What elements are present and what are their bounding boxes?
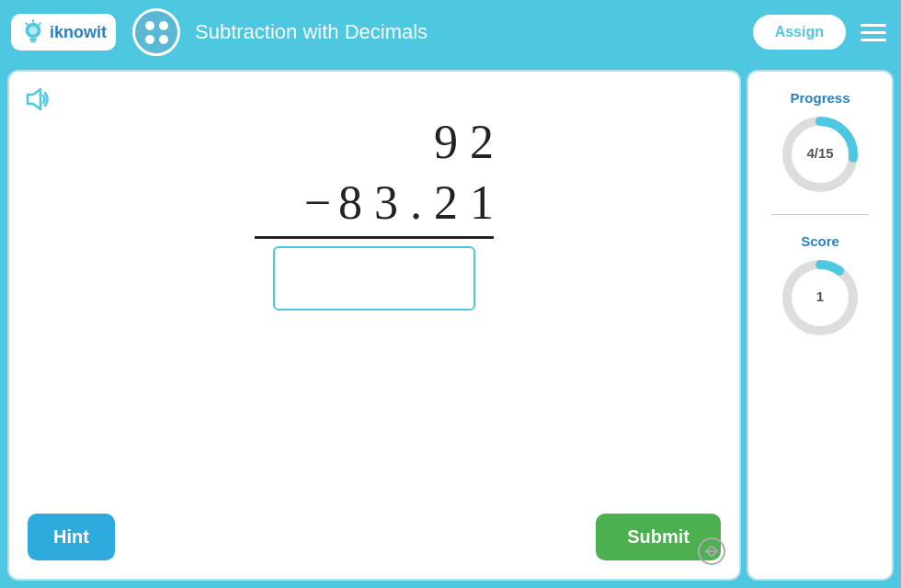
score-label: Score (801, 233, 839, 249)
activity-icon (132, 8, 180, 56)
logo-text: iknowit (50, 23, 107, 42)
bottom-number: 8 3 . 2 1 (338, 175, 494, 232)
side-divider (771, 214, 869, 215)
bottom-number-row: − 8 3 . 2 1 (304, 175, 494, 232)
header-actions: Assign (753, 15, 890, 50)
dot-2 (159, 21, 168, 30)
assign-button[interactable]: Assign (753, 15, 846, 50)
menu-button[interactable] (857, 20, 890, 45)
page-title: Subtraction with Decimals (195, 20, 744, 44)
hint-button[interactable]: Hint (28, 514, 115, 560)
svg-line-5 (40, 23, 40, 24)
dot-4 (159, 35, 168, 44)
header: iknowit Subtraction with Decimals Assign (0, 0, 901, 64)
speaker-icon (24, 86, 51, 112)
svg-rect-1 (29, 39, 36, 41)
problem-underline (255, 236, 494, 239)
dots-grid-icon (142, 17, 172, 48)
operator: − (304, 179, 331, 227)
progress-container: Progress 4/15 (779, 90, 861, 196)
logo: iknowit (11, 14, 116, 51)
back-button[interactable] (697, 537, 726, 566)
dot-1 (145, 21, 154, 30)
score-value: 1 (816, 288, 824, 304)
math-problem-area: 9 2 − 8 3 . 2 1 (24, 114, 724, 514)
score-ring: 1 (779, 256, 861, 339)
hamburger-line-3 (861, 39, 886, 41)
hamburger-line-2 (861, 31, 886, 34)
exercise-panel: 9 2 − 8 3 . 2 1 Hint Submit (7, 70, 741, 581)
svg-line-6 (26, 23, 27, 24)
logo-bulb-icon (20, 19, 46, 45)
score-container: Score 1 (779, 233, 861, 339)
progress-label: Progress (790, 90, 850, 106)
back-icon (697, 537, 726, 566)
top-number-row: 9 2 (434, 114, 494, 171)
svg-rect-2 (30, 40, 36, 42)
progress-value: 4/15 (806, 145, 833, 161)
svg-point-3 (29, 26, 37, 34)
dot-3 (145, 35, 154, 44)
main-container: 9 2 − 8 3 . 2 1 Hint Submit (0, 64, 901, 588)
sound-button[interactable] (24, 86, 51, 118)
side-panel: Progress 4/15 Score 1 (747, 70, 894, 581)
progress-ring: 4/15 (779, 113, 861, 196)
bottom-buttons: Hint Submit (24, 514, 724, 564)
top-number: 9 2 (434, 114, 494, 171)
svg-marker-7 (28, 89, 40, 109)
hamburger-line-1 (861, 24, 886, 27)
answer-input[interactable] (273, 246, 475, 311)
